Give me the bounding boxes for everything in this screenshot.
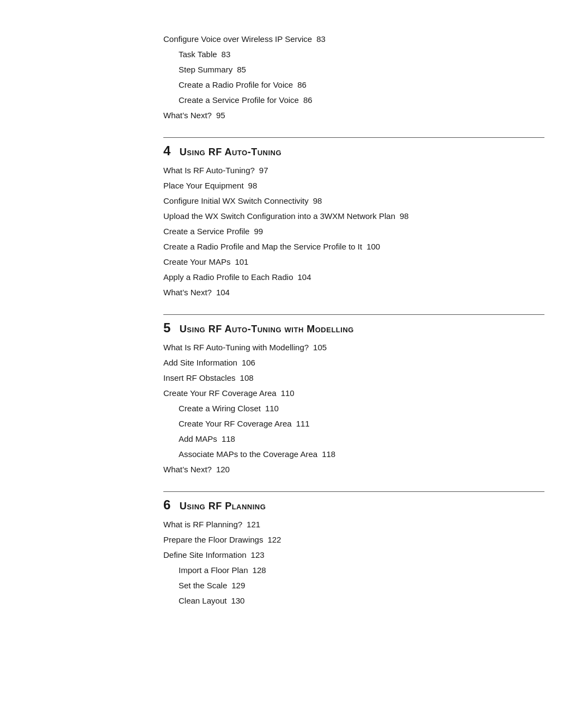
entry-text: Associate MAPs to the Coverage Area: [179, 448, 317, 461]
chapter-block: 6Using RF PlanningWhat is RF Planning?12…: [163, 491, 544, 607]
toc-entry: What is RF Planning?121: [163, 518, 544, 531]
chapter-block: 4Using RF Auto-TuningWhat Is RF Auto-Tun…: [163, 137, 544, 299]
entry-page: 128: [253, 564, 266, 577]
chapter-number: 6: [163, 497, 171, 513]
entry-page: 123: [251, 549, 265, 562]
toc-entry: Apply a Radio Profile to Each Radio104: [163, 271, 544, 284]
entry-page: 118: [322, 448, 335, 461]
entry-text: Create a Service Profile: [163, 225, 249, 238]
preamble-section: Configure Voice over Wireless IP Service…: [163, 33, 544, 122]
chapter-number: 4: [163, 143, 171, 159]
toc-entry: Create Your RF Coverage Area111: [163, 417, 544, 430]
entry-page: 110: [281, 387, 295, 400]
entry-text: What’s Next?: [163, 109, 212, 122]
entry-page: 129: [231, 579, 245, 592]
entry-text: What Is RF Auto-Tuning with Modelling?: [163, 341, 309, 354]
entry-page: 86: [303, 94, 313, 107]
chapter-number: 5: [163, 320, 171, 336]
toc-entry: Create a Wiring Closet110: [163, 402, 544, 415]
entry-text: Clean Layout: [179, 594, 226, 607]
entry-text: What’s Next?: [163, 286, 212, 299]
toc-root: 4Using RF Auto-TuningWhat Is RF Auto-Tun…: [163, 137, 544, 607]
toc-entry: Clean Layout130: [163, 594, 544, 607]
entry-page: 104: [297, 271, 311, 284]
toc-entry: What’s Next?120: [163, 463, 544, 476]
chapter-header: 6Using RF Planning: [163, 491, 544, 513]
chapter-block: 5Using RF Auto-Tuning with ModellingWhat…: [163, 314, 544, 476]
entry-text: Task Table: [179, 48, 217, 61]
entry-page: 100: [366, 240, 380, 253]
entry-page: 106: [242, 356, 255, 369]
entry-page: 105: [313, 341, 327, 354]
entry-page: 86: [297, 78, 307, 92]
toc-entry: Associate MAPs to the Coverage Area118: [163, 448, 544, 461]
entry-text: Upload the WX Switch Configuration into …: [163, 210, 395, 223]
entry-text: Import a Floor Plan: [179, 564, 248, 577]
entry-page: 101: [235, 255, 248, 269]
entry-page: 120: [216, 463, 230, 476]
entry-page: 110: [265, 402, 279, 415]
entry-text: What Is RF Auto-Tuning?: [163, 164, 255, 177]
entry-page: 83: [316, 33, 326, 46]
entry-text: Create a Radio Profile for Voice: [179, 78, 293, 92]
entry-page: 104: [216, 286, 230, 299]
toc-entry: What Is RF Auto-Tuning with Modelling?10…: [163, 341, 544, 354]
entry-page: 130: [231, 594, 244, 607]
chapter-title: Using RF Auto-Tuning: [180, 147, 281, 158]
toc-entry: Prepare the Floor Drawings122: [163, 533, 544, 546]
entry-text: Prepare the Floor Drawings: [163, 533, 263, 546]
entry-text: Add Site Information: [163, 356, 237, 369]
entry-text: Configure Initial WX Switch Connectivity: [163, 194, 309, 208]
toc-entry: Create a Radio Profile and Map the Servi…: [163, 240, 544, 253]
toc-entry: Create a Radio Profile for Voice86: [163, 78, 544, 92]
entry-text: Set the Scale: [179, 579, 227, 592]
entry-text: Create Your RF Coverage Area: [179, 417, 292, 430]
entry-page: 85: [237, 63, 246, 76]
toc-entry: Add MAPs118: [163, 433, 544, 446]
entry-text: Insert RF Obstacles: [163, 372, 236, 385]
entry-page: 83: [222, 48, 231, 61]
entry-text: What’s Next?: [163, 463, 212, 476]
entry-page: 111: [296, 417, 310, 430]
toc-entry: Configure Voice over Wireless IP Service…: [163, 33, 544, 46]
toc-entry: Import a Floor Plan128: [163, 564, 544, 577]
entry-text: Create Your RF Coverage Area: [163, 387, 277, 400]
entry-page: 97: [259, 164, 268, 177]
toc-entry: Set the Scale129: [163, 579, 544, 592]
entry-text: Create a Wiring Closet: [179, 402, 261, 415]
entry-text: What is RF Planning?: [163, 518, 242, 531]
toc-entry: Create Your RF Coverage Area110: [163, 387, 544, 400]
entry-page: 99: [254, 225, 263, 238]
entry-page: 98: [400, 210, 409, 223]
entry-page: 108: [240, 372, 254, 385]
toc-entry: Place Your Equipment98: [163, 179, 544, 192]
entry-page: 122: [267, 533, 281, 546]
entry-text: Create Your MAPs: [163, 255, 230, 269]
entry-text: Create a Service Profile for Voice: [179, 94, 299, 107]
toc-entry: Create a Service Profile for Voice86: [163, 94, 544, 107]
toc-entry: Task Table83: [163, 48, 544, 61]
toc-entry: Create a Service Profile99: [163, 225, 544, 238]
toc-entry: Create Your MAPs101: [163, 255, 544, 269]
toc-entry: What Is RF Auto-Tuning?97: [163, 164, 544, 177]
toc-entry: What’s Next?95: [163, 109, 544, 122]
entry-text: Add MAPs: [179, 433, 217, 446]
entry-page: 98: [313, 194, 322, 208]
entry-page: 118: [222, 433, 235, 446]
chapter-header: 5Using RF Auto-Tuning with Modelling: [163, 314, 544, 336]
entry-text: Define Site Information: [163, 549, 247, 562]
entry-page: 98: [248, 179, 258, 192]
chapter-title: Using RF Auto-Tuning with Modelling: [180, 324, 354, 335]
toc-entry: Step Summary85: [163, 63, 544, 76]
entry-page: 95: [216, 109, 225, 122]
entry-text: Apply a Radio Profile to Each Radio: [163, 271, 293, 284]
entry-text: Step Summary: [179, 63, 232, 76]
toc-entry: What’s Next?104: [163, 286, 544, 299]
entry-page: 121: [247, 518, 260, 531]
entry-text: Create a Radio Profile and Map the Servi…: [163, 240, 362, 253]
toc-entry: Configure Initial WX Switch Connectivity…: [163, 194, 544, 208]
toc-entry: Define Site Information123: [163, 549, 544, 562]
chapter-title: Using RF Planning: [180, 501, 266, 512]
entry-text: Place Your Equipment: [163, 179, 244, 192]
entry-text: Configure Voice over Wireless IP Service: [163, 33, 312, 46]
